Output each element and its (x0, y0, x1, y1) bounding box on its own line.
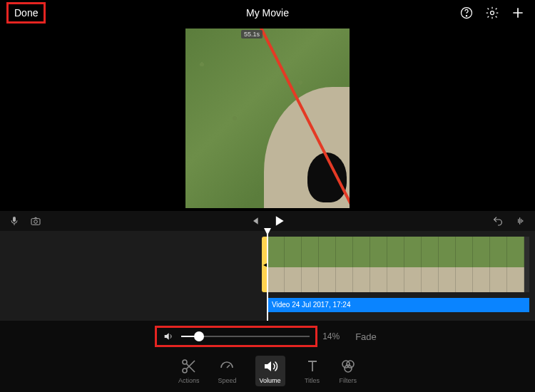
header-left: Done (10, 6, 110, 20)
svg-point-1 (466, 16, 467, 16)
svg-point-6 (183, 360, 187, 364)
clip-thumbnail (404, 237, 422, 292)
text-icon (304, 358, 321, 375)
tool-titles-label: Titles (305, 377, 320, 384)
tool-speed[interactable]: Speed (218, 358, 236, 384)
settings-icon[interactable] (485, 6, 499, 20)
transport-left (9, 215, 41, 227)
clip-thumbnail (490, 237, 507, 292)
clip-thumbnail (336, 237, 353, 292)
preview-area: 55.1s (0, 26, 535, 211)
svg-point-7 (183, 368, 187, 373)
speaker-icon[interactable] (163, 331, 174, 342)
transport-bar (0, 211, 535, 231)
skip-start-icon[interactable] (249, 215, 260, 227)
tool-bar: Actions Speed Volume Titles Filters (0, 352, 535, 392)
volume-panel: 14% Fade (0, 321, 535, 352)
speedometer-icon (218, 358, 235, 375)
clip-thumbnail (353, 237, 370, 292)
volume-slider[interactable] (181, 336, 310, 337)
svg-rect-4 (31, 219, 40, 225)
header-right (425, 6, 525, 20)
svg-point-2 (491, 11, 494, 15)
fade-button[interactable]: Fade (355, 331, 377, 342)
undo-icon[interactable] (492, 215, 504, 227)
svg-point-10 (345, 365, 352, 372)
timecode-badge: 55.1s (241, 30, 263, 38)
clip-thumbnail (439, 237, 456, 292)
volume-slider-knob[interactable] (194, 331, 204, 341)
clip-thumbnail (387, 237, 404, 292)
audio-clip[interactable]: Video 24 Jul 2017, 17:24 (268, 298, 529, 312)
tool-actions-label: Actions (178, 377, 200, 384)
tool-titles[interactable]: Titles (304, 358, 321, 384)
svg-point-5 (34, 220, 38, 224)
video-clip[interactable] (268, 237, 529, 292)
tool-filters-label: Filters (340, 377, 357, 384)
clip-thumbnail (370, 237, 387, 292)
clip-thumbnail (473, 237, 490, 292)
camera-icon[interactable] (30, 215, 41, 227)
transport-center (249, 214, 286, 228)
tool-volume[interactable]: Volume (255, 356, 285, 386)
video-frame: 55.1s (185, 29, 350, 208)
clip-thumbnail (285, 237, 302, 292)
filters-icon (340, 358, 357, 375)
header-bar: Done My Movie (0, 0, 535, 26)
volume-slider-group (158, 329, 314, 344)
tool-speed-label: Speed (218, 377, 236, 384)
volume-percent: 14% (322, 331, 347, 341)
tool-volume-label: Volume (260, 377, 281, 384)
timeline-content: Video 24 Jul 2017, 17:24 (268, 231, 535, 321)
clip-thumbnail (422, 237, 439, 292)
svg-rect-3 (13, 217, 16, 222)
playhead[interactable] (267, 231, 268, 321)
tool-filters[interactable]: Filters (340, 358, 357, 384)
help-icon[interactable] (459, 6, 474, 20)
volume-icon (262, 358, 279, 375)
play-icon[interactable] (272, 214, 286, 228)
tool-actions[interactable]: Actions (178, 358, 200, 384)
project-title: My Movie (246, 7, 289, 19)
clip-thumbnail (456, 237, 473, 292)
imovie-editor: Done My Movie 55.1s (0, 0, 535, 392)
add-icon[interactable] (511, 6, 525, 20)
timeline[interactable]: Video 24 Jul 2017, 17:24 (0, 231, 535, 321)
scissors-icon (180, 358, 198, 375)
svg-point-9 (347, 361, 354, 368)
done-button[interactable]: Done (10, 6, 42, 20)
transport-right (492, 215, 526, 227)
clip-thumbnail (302, 237, 319, 292)
clip-thumbnail (319, 237, 336, 292)
waveform-icon[interactable] (515, 215, 526, 227)
microphone-icon[interactable] (9, 215, 20, 227)
timeline-empty-left (0, 231, 268, 321)
clip-thumbnail (507, 237, 524, 292)
clip-thumbnail (268, 237, 285, 292)
